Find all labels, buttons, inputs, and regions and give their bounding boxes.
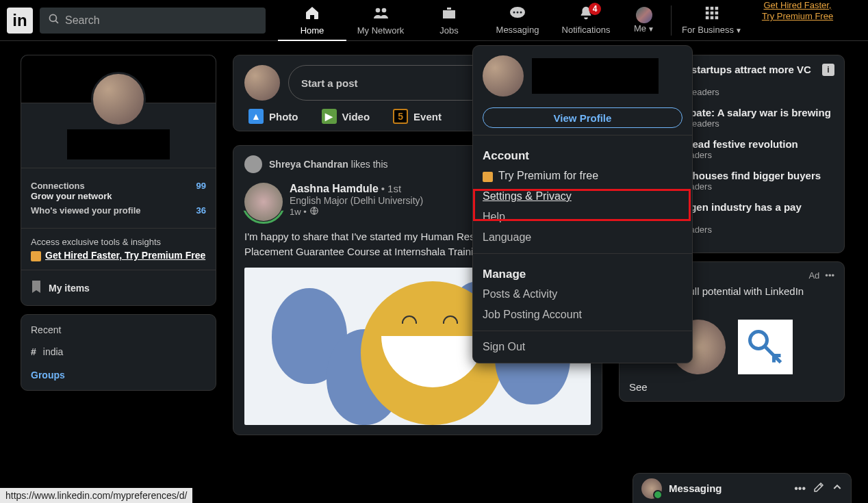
highlight-annotation [473,189,691,221]
likes-suffix: likes this [348,159,388,170]
svg-point-2 [376,8,381,13]
premium-gold-icon [31,251,41,261]
messaging-icon [509,5,526,23]
connections-row[interactable]: Connections Grow your network 99 [31,181,206,201]
my-items-link[interactable]: My items [21,270,216,305]
bookmark-icon [31,280,42,296]
svg-line-1 [55,21,58,23]
premium-gold-icon [483,172,493,182]
premium-line1: Get Hired Faster, [750,0,845,11]
post-video-button[interactable]: ▶ Video [322,109,370,124]
nav-network-label: My Network [357,25,405,36]
svg-point-5 [513,12,515,14]
me-avatar-icon [636,7,652,23]
browser-status-bar: https://www.linkedin.com/mypreferences/d… [0,488,192,503]
recent-header: Recent [31,324,206,335]
profile-card: Connections Grow your network 99 Who's v… [21,55,216,306]
svg-point-6 [517,12,519,14]
profile-views-row[interactable]: Who's viewed your profile 36 [31,205,206,216]
svg-rect-8 [706,7,709,10]
profile-name-redacted [67,129,170,159]
dropdown-section-account: Account [473,141,692,166]
nav-jobs[interactable]: Jobs [415,0,483,41]
hashtag-icon: # [31,346,36,357]
compose-icon[interactable] [813,481,825,496]
grid-icon [704,5,719,23]
nav-notifications-label: Notifications [562,25,611,35]
nav-business-label: For Business [682,25,734,35]
compose-avatar [244,65,280,101]
job-posting-link[interactable]: Job Posting Account [473,305,692,325]
messaging-bar[interactable]: Messaging ••• [633,473,852,503]
network-icon [372,5,389,24]
nav-me[interactable]: Me▼ [620,0,668,41]
profile-stats: Connections Grow your network 99 Who's v… [21,168,216,228]
post-event-button[interactable]: 5 Event [393,109,442,124]
profile-avatar[interactable] [91,72,146,127]
premium-line2: Try Premium Free [750,11,845,23]
ad-menu-icon[interactable]: ••• [825,270,834,281]
left-sidebar: Connections Grow your network 99 Who's v… [21,55,216,435]
nav-jobs-label: Jobs [439,25,458,36]
nav-network[interactable]: My Network [346,0,415,41]
connections-count: 99 [196,181,206,201]
ad-label: Ad [808,270,819,281]
my-items-label: My items [49,283,90,294]
nav-me-label: Me [634,23,646,34]
search-input[interactable]: Search [40,8,266,34]
svg-point-0 [49,14,56,21]
nav-bar: Home My Network Jobs Messaging 4 Notif [278,0,845,41]
nav-premium-cta[interactable]: Get Hired Faster, Try Premium Free [750,0,845,41]
posts-activity-link[interactable]: Posts & Activity [473,284,692,305]
author-headline: English Major (Delhi University) [290,195,423,206]
nav-messaging[interactable]: Messaging [483,0,552,41]
nav-business[interactable]: For Business▼ [674,0,750,41]
chevron-up-icon[interactable] [832,482,843,495]
signout-label: Sign Out [483,341,525,352]
photo-icon: ▲ [248,109,264,124]
more-icon[interactable]: ••• [794,482,806,495]
sign-out-link[interactable]: Sign Out [473,337,692,357]
home-icon [304,5,320,24]
dropdown-section-manage: Manage [473,259,692,284]
author-degree: • 1st [381,183,401,194]
recent-item-label: india [43,346,64,357]
svg-point-18 [750,332,767,349]
svg-rect-15 [711,16,714,20]
main-container: Connections Grow your network 99 Who's v… [0,41,868,435]
svg-rect-12 [711,12,714,15]
post-photo-button[interactable]: ▲ Photo [248,109,298,124]
svg-rect-11 [706,12,709,15]
open-to-work-ring [242,180,285,224]
profile-banner [21,55,216,103]
try-premium-label: Try Premium for free [498,170,598,182]
connections-label: Connections [31,181,112,191]
dropdown-name-redacted [532,58,659,94]
liker-avatar [244,155,262,173]
post-time: 1w • [290,207,307,217]
recent-item[interactable]: # india [31,346,206,357]
svg-rect-14 [706,16,709,20]
grow-network-label: Grow your network [31,191,112,201]
caret-down-icon: ▼ [648,25,654,33]
view-profile-button[interactable]: View Profile [483,107,682,128]
nav-home[interactable]: Home [278,0,346,41]
nav-notifications[interactable]: 4 Notifications [552,0,620,41]
ad-see-label: See [629,381,834,393]
svg-point-3 [382,8,387,13]
language-link[interactable]: Language [473,227,692,248]
svg-rect-10 [715,7,719,10]
groups-link[interactable]: Groups [31,370,206,381]
recent-card: Recent # india Groups [21,314,216,391]
info-icon[interactable]: i [822,64,834,76]
premium-upsell[interactable]: Access exclusive tools & insights Get Hi… [21,228,216,270]
jobs-icon [441,5,457,24]
search-icon [48,13,60,28]
author-avatar [244,183,283,221]
premium-cta-text: Get Hired Faster, Try Premium Free [45,250,205,261]
nav-separator [671,5,672,36]
language-label: Language [483,231,531,243]
try-premium-link[interactable]: Try Premium for free [473,166,692,186]
key-icon [738,320,793,374]
linkedin-logo[interactable]: in [7,8,33,34]
